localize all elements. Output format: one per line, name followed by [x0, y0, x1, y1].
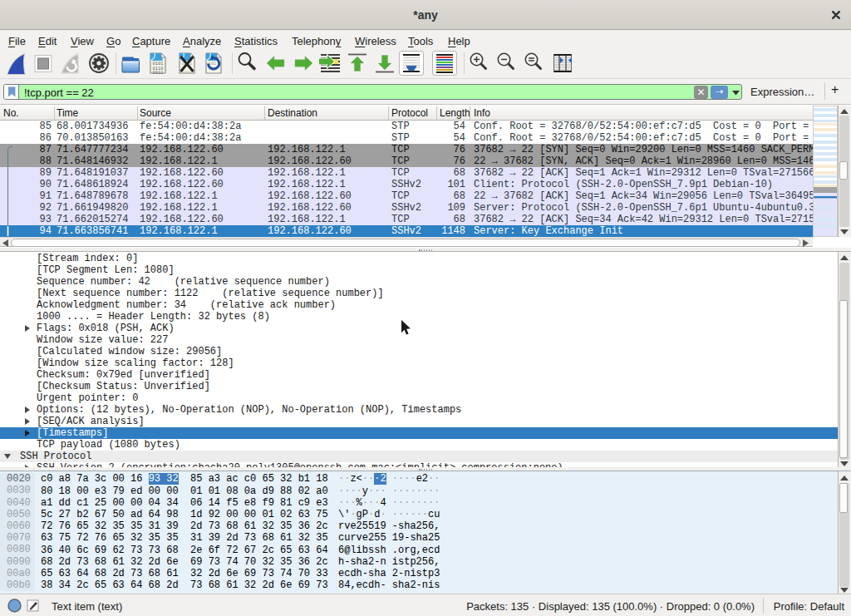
- svg-text:0011: 0011: [182, 71, 193, 76]
- svg-text:0011: 0011: [153, 71, 164, 76]
